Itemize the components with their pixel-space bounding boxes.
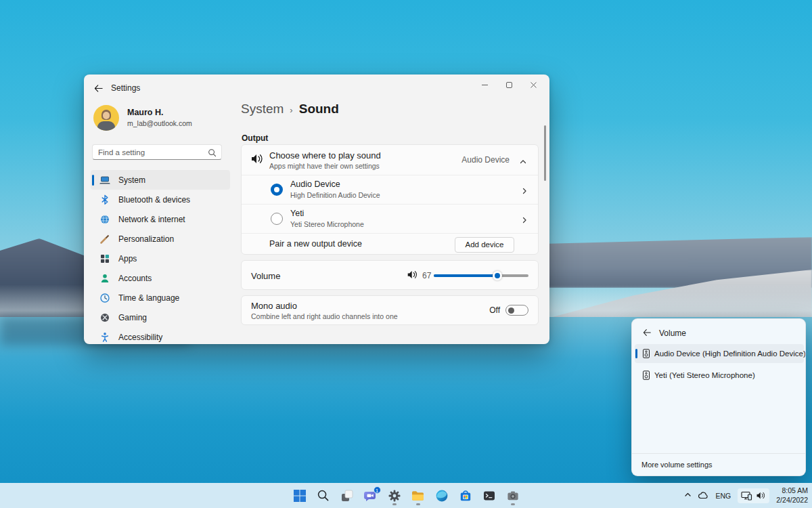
add-device-button[interactable]: Add device bbox=[455, 237, 514, 253]
selected-indicator bbox=[635, 349, 637, 358]
chevron-up-icon[interactable] bbox=[519, 156, 527, 169]
breadcrumb-separator-icon: › bbox=[290, 105, 292, 115]
camera-button[interactable] bbox=[504, 486, 522, 506]
tray-date: 2/24/2022 bbox=[776, 496, 808, 505]
terminal-icon bbox=[482, 489, 496, 503]
bluetooth-icon bbox=[99, 194, 110, 205]
speaker-icon bbox=[407, 270, 418, 282]
running-indicator bbox=[511, 503, 515, 505]
play-sound-title: Choose where to play sound bbox=[269, 150, 381, 161]
task-view-icon bbox=[340, 489, 354, 503]
search-input[interactable] bbox=[98, 145, 206, 159]
play-sound-header-row[interactable]: Choose where to play sound Apps might ha… bbox=[242, 145, 538, 175]
flyout-footer[interactable]: More volume settings bbox=[632, 453, 805, 475]
store-icon bbox=[459, 489, 472, 503]
gear-icon bbox=[388, 489, 401, 503]
flyout-device-label: Yeti (Yeti Stereo Microphone) bbox=[654, 371, 755, 379]
flyout-device-yeti[interactable]: Yeti (Yeti Stereo Microphone) bbox=[635, 366, 804, 385]
time-language-icon bbox=[99, 293, 110, 303]
sidebar-item-label: Network & internet bbox=[118, 215, 185, 224]
task-view-button[interactable] bbox=[338, 486, 356, 506]
sidebar-item-label: Personalization bbox=[118, 234, 174, 244]
taskbar: 1 ENG bbox=[0, 483, 812, 508]
running-indicator bbox=[416, 503, 420, 505]
avatar[interactable] bbox=[93, 105, 119, 131]
sidebar-item-apps[interactable]: Apps bbox=[91, 249, 230, 268]
sidebar-item-label: Accounts bbox=[118, 274, 152, 283]
sidebar-item-gaming[interactable]: Gaming bbox=[91, 308, 230, 327]
volume-card: Volume 67 bbox=[241, 260, 539, 290]
search-icon bbox=[317, 489, 330, 502]
mono-audio-state: Off bbox=[489, 305, 500, 315]
volume-slider-thumb[interactable] bbox=[493, 271, 502, 280]
chat-button[interactable]: 1 bbox=[362, 486, 380, 506]
sidebar-item-time-language[interactable]: Time & language bbox=[91, 288, 230, 308]
device-row-audio-device[interactable]: Audio Device High Definition Audio Devic… bbox=[242, 175, 538, 205]
sidebar-nav: System Bluetooth & devices Network & int… bbox=[91, 170, 230, 344]
clock[interactable]: 8:05 AM 2/24/2022 bbox=[775, 486, 808, 505]
arrow-left-icon bbox=[642, 328, 652, 337]
sidebar-item-accounts[interactable]: Accounts bbox=[91, 268, 230, 288]
language-indicator[interactable]: ENG bbox=[715, 492, 733, 500]
back-button[interactable] bbox=[91, 81, 105, 95]
search-button[interactable] bbox=[315, 486, 332, 506]
sidebar-item-system[interactable]: System bbox=[91, 170, 230, 190]
tray-chevron-up-icon[interactable] bbox=[683, 490, 692, 502]
system-icon bbox=[99, 175, 110, 186]
accessibility-icon bbox=[99, 332, 110, 343]
chevron-right-icon[interactable] bbox=[520, 186, 528, 198]
file-explorer-button[interactable] bbox=[409, 486, 427, 506]
network-volume-tray-group[interactable] bbox=[738, 488, 769, 503]
radio-unselected[interactable] bbox=[271, 213, 283, 225]
tray-time: 8:05 AM bbox=[776, 486, 808, 496]
chevron-right-icon[interactable] bbox=[520, 215, 528, 227]
output-section-heading: Output bbox=[242, 133, 268, 143]
settings-window: Settings Mauro H. m_lab@outlook.com Syst… bbox=[84, 75, 549, 344]
flyout-device-audio-device[interactable]: Audio Device (High Definition Audio Devi… bbox=[635, 344, 804, 363]
window-scrollbar[interactable] bbox=[544, 125, 546, 181]
store-button[interactable] bbox=[457, 486, 474, 506]
mono-audio-subtitle: Combine left and right audio channels in… bbox=[251, 312, 398, 320]
speaker-box-icon bbox=[642, 349, 650, 361]
volume-value: 67 bbox=[422, 271, 431, 280]
search-box[interactable] bbox=[92, 144, 222, 160]
network-icon bbox=[99, 214, 110, 225]
pair-device-row: Pair a new output device Add device bbox=[242, 234, 538, 255]
system-tray: ENG 8:05 AM 2/24/2022 bbox=[683, 483, 808, 508]
play-sound-value: Audio Device bbox=[461, 155, 510, 165]
radio-selected[interactable] bbox=[271, 184, 283, 196]
apps-icon bbox=[99, 253, 110, 264]
volume-flyout: Volume Audio Device (High Definition Aud… bbox=[631, 318, 806, 476]
mono-audio-toggle[interactable] bbox=[505, 305, 528, 316]
network-icon bbox=[741, 491, 752, 501]
sidebar-item-label: Bluetooth & devices bbox=[118, 195, 190, 205]
settings-app-button[interactable] bbox=[386, 486, 403, 506]
selected-indicator bbox=[92, 175, 94, 186]
sidebar-item-bluetooth-devices[interactable]: Bluetooth & devices bbox=[91, 190, 230, 209]
profile-email: m_lab@outlook.com bbox=[127, 119, 192, 127]
profile-name: Mauro H. bbox=[127, 108, 163, 117]
sidebar-item-personalization[interactable]: Personalization bbox=[91, 229, 230, 249]
terminal-button[interactable] bbox=[480, 486, 498, 506]
window-title: Settings bbox=[111, 83, 140, 93]
volume-label: Volume bbox=[251, 271, 280, 281]
start-button[interactable] bbox=[291, 486, 309, 506]
breadcrumb-parent[interactable]: System bbox=[241, 102, 284, 117]
sidebar-item-label: Gaming bbox=[118, 313, 147, 322]
sidebar-item-network-internet[interactable]: Network & internet bbox=[91, 209, 230, 229]
sidebar-item-label: Apps bbox=[118, 254, 137, 263]
flyout-back-button[interactable] bbox=[641, 326, 653, 339]
mono-audio-title: Mono audio bbox=[251, 301, 297, 311]
edge-button[interactable] bbox=[433, 486, 451, 506]
sidebar-item-accessibility[interactable]: Accessibility bbox=[91, 327, 230, 344]
settings-content: System › Sound Output Choose where to pl… bbox=[241, 75, 539, 344]
more-volume-settings-link[interactable]: More volume settings bbox=[641, 461, 713, 469]
breadcrumb: System › Sound bbox=[241, 102, 339, 117]
device-row-yeti[interactable]: Yeti Yeti Stereo Microphone bbox=[242, 205, 538, 234]
device-desc: High Definition Audio Device bbox=[290, 191, 380, 199]
onedrive-cloud-icon[interactable] bbox=[698, 490, 709, 502]
toggle-knob bbox=[508, 308, 514, 314]
arrow-left-icon bbox=[93, 83, 104, 93]
personalization-icon bbox=[99, 234, 110, 245]
volume-slider[interactable] bbox=[434, 274, 528, 277]
